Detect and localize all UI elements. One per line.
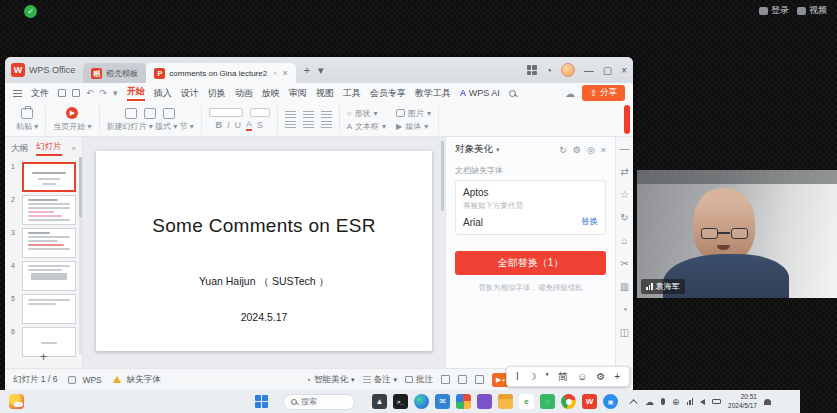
account-avatar[interactable] (561, 63, 575, 77)
add-slide-button[interactable]: + (40, 350, 47, 364)
ime-cursor-icon[interactable]: I (516, 371, 519, 382)
menu-slideshow[interactable]: 放映 (262, 87, 280, 100)
menu-view[interactable]: 视图 (316, 87, 334, 100)
bullets-icon[interactable] (285, 111, 296, 119)
ime-emoji-icon[interactable]: ☺ (577, 371, 587, 382)
taskbar-app-wechat[interactable]: ◌ (540, 394, 555, 409)
textbox-button[interactable]: A 文本框 ▾ (347, 121, 386, 132)
layout-button[interactable]: 版式 (155, 122, 171, 131)
shape-button[interactable]: ○ 形状 ▾ (347, 108, 386, 119)
strip-star-icon[interactable]: ☆ (620, 189, 629, 200)
video-button[interactable]: 视频 (797, 4, 827, 17)
skin-settings-icon[interactable]: ◔ (546, 65, 552, 76)
slide-thumbnail-5[interactable]: 5 (5, 291, 82, 324)
taskbar-app-wps[interactable]: W (582, 394, 597, 409)
pin-icon[interactable]: ◎ (587, 145, 595, 155)
tab-close-icon[interactable]: × (282, 68, 287, 78)
strip-collapse-icon[interactable]: — (620, 143, 630, 154)
missing-font-warning[interactable]: 缺失字体 (113, 374, 161, 386)
login-button[interactable]: 登录 (759, 4, 789, 17)
strip-clip-icon[interactable]: ✂ (620, 258, 628, 269)
beautify-panel-title[interactable]: 对象美化 (455, 143, 493, 156)
slide-thumbnail-3[interactable]: 3 (5, 225, 82, 258)
slide-thumbnail-2[interactable]: 2 (5, 192, 82, 225)
taskbar-app-bat[interactable]: ▲ (372, 394, 387, 409)
tab-sync-icon[interactable]: ◦ (273, 68, 276, 78)
slide-canvas[interactable]: Some Comments on ESR Yuan Haijun （ SUSTe… (83, 137, 445, 368)
taskbar-app-chrome[interactable] (561, 394, 576, 409)
taskbar-search[interactable]: 搜索 (283, 394, 355, 410)
taskbar-app-terminal[interactable]: >_ (393, 394, 408, 409)
strikethrough-button[interactable]: S (257, 120, 263, 130)
minimize-button[interactable]: — (584, 65, 594, 76)
strip-history-icon[interactable]: ↻ (620, 212, 628, 223)
reading-view-icon[interactable] (475, 375, 484, 384)
wps-status-item[interactable]: WPS (68, 375, 101, 385)
menu-design[interactable]: 设计 (181, 87, 199, 100)
replace-link[interactable]: 替换 (581, 216, 598, 228)
weather-widget-icon[interactable] (9, 394, 24, 409)
strip-window-icon[interactable]: ◫ (620, 327, 629, 338)
slide-date[interactable]: 2024.5.17 (96, 311, 432, 323)
indent-icon[interactable] (321, 111, 332, 119)
cloud-sync-icon[interactable]: ☁ (565, 88, 575, 99)
slide-title[interactable]: Some Comments on ESR (96, 215, 432, 237)
panel-caret-icon[interactable]: ▾ (496, 146, 500, 154)
section-button[interactable]: 节 (179, 122, 187, 131)
numbering-icon[interactable] (303, 111, 314, 119)
share-button[interactable]: ⇧ 分享 (582, 85, 625, 101)
underline-button[interactable]: U (234, 120, 241, 130)
comments-button[interactable]: 批注 (405, 374, 433, 386)
slide-thumbnail-4[interactable]: 4 (5, 258, 82, 291)
tray-plus-icon[interactable]: ⊕ (672, 397, 680, 407)
wps-logo-icon[interactable]: W (11, 63, 25, 77)
new-tab-button[interactable]: + (304, 64, 310, 76)
new-slide-button[interactable]: 新建幻灯片 (107, 122, 147, 131)
tray-network-icon[interactable] (687, 398, 694, 405)
normal-view-icon[interactable] (441, 375, 450, 384)
search-icon[interactable] (509, 90, 516, 97)
ime-punctuation-icon[interactable]: ❜ (546, 371, 549, 382)
bold-button[interactable]: B (215, 120, 222, 130)
maximize-button[interactable]: ▢ (603, 65, 612, 76)
menu-insert[interactable]: 插入 (154, 87, 172, 100)
slides-tab[interactable]: 幻灯片 (36, 141, 62, 156)
line-spacing-icon[interactable] (321, 121, 332, 129)
outline-tab[interactable]: 大纲 (11, 143, 28, 155)
ime-settings-icon[interactable]: ⚙ (596, 371, 605, 382)
strip-swap-icon[interactable]: ⇄ (620, 166, 628, 177)
panel-close-icon[interactable]: × (601, 145, 606, 155)
strip-layout-icon[interactable]: ▥ (620, 281, 629, 292)
picture-button[interactable]: 图片 ▾ (396, 108, 431, 119)
taskbar-app-store[interactable] (477, 394, 492, 409)
font-size-select[interactable] (250, 108, 270, 117)
ime-simplified-icon[interactable]: 简 (558, 370, 568, 384)
beautify-panel-indicator[interactable] (624, 105, 630, 134)
quick-access-caret-icon[interactable]: ▾ (113, 88, 118, 98)
tray-battery-icon[interactable] (712, 399, 721, 404)
slide-author[interactable]: Yuan Haijun （ SUSTech ） (96, 275, 432, 289)
menu-home[interactable]: 开始 (127, 85, 145, 101)
taskbar-app-mail[interactable]: ✉ (435, 394, 450, 409)
tray-expand-icon[interactable] (629, 399, 637, 407)
font-name-select[interactable] (209, 108, 243, 117)
menu-review[interactable]: 审阅 (289, 87, 307, 100)
webcam-feed[interactable]: 袁海军 (637, 170, 837, 298)
italic-button[interactable]: I (227, 120, 230, 130)
smart-beautify-button[interactable]: ◔ 智能美化▾ (306, 374, 355, 386)
menu-member[interactable]: 会员专享 (370, 87, 406, 100)
tray-cloud-icon[interactable]: ☁ (645, 397, 654, 407)
canvas-scrollbar[interactable] (441, 141, 444, 211)
tab-docer-templates[interactable]: 稻 稻壳模板 (83, 63, 146, 83)
refresh-icon[interactable]: ↻ (559, 145, 567, 155)
menu-teaching-tools[interactable]: 教学工具 (415, 87, 451, 100)
ime-moon-icon[interactable]: ☽ (528, 371, 537, 382)
menu-wps-ai[interactable]: A WPS AI (460, 88, 500, 98)
hamburger-menu-icon[interactable] (13, 90, 22, 97)
menu-file[interactable]: 文件 (31, 87, 49, 100)
current-slide[interactable]: Some Comments on ESR Yuan Haijun （ SUSTe… (96, 151, 432, 351)
redo-icon[interactable]: ↷ (100, 88, 108, 98)
strip-chart-icon[interactable]: ◔ (621, 304, 627, 315)
menu-transition[interactable]: 切换 (208, 87, 226, 100)
start-button[interactable] (255, 395, 268, 408)
